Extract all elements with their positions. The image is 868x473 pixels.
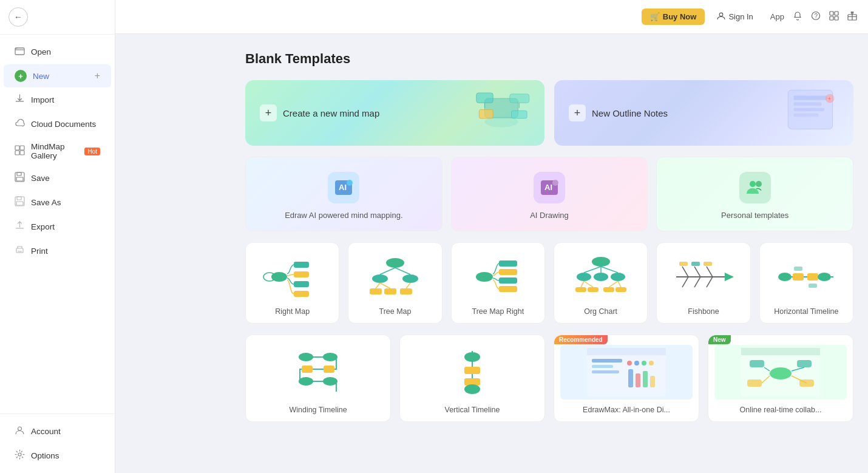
svg-line-81: [609, 281, 618, 287]
svg-rect-24: [476, 93, 493, 103]
svg-rect-33: [794, 103, 822, 106]
app-label[interactable]: App: [770, 12, 784, 21]
feature-label: AI Drawing: [530, 211, 569, 220]
cart-icon: 🛒: [650, 12, 660, 21]
svg-rect-0: [15, 48, 24, 55]
svg-rect-93: [704, 262, 712, 266]
svg-point-106: [323, 377, 337, 386]
create-mind-map-card[interactable]: + Create a new mind map: [245, 80, 544, 146]
svg-rect-7: [16, 177, 23, 181]
feature-label: Personal templates: [721, 211, 788, 220]
new-outline-card[interactable]: + New Outline Notes +: [554, 80, 853, 146]
vertical-timeline-preview: [406, 345, 538, 400]
svg-line-62: [406, 283, 410, 288]
svg-point-95: [778, 273, 792, 281]
sidebar-item-import[interactable]: Import: [4, 88, 111, 112]
edrawmax-preview: [560, 345, 693, 400]
svg-point-108: [464, 352, 480, 362]
print-icon: [15, 245, 25, 257]
svg-point-111: [464, 384, 480, 394]
sidebar-item-saveas[interactable]: Save As: [4, 191, 111, 214]
add-new-icon[interactable]: +: [95, 70, 100, 81]
svg-rect-49: [294, 281, 309, 287]
buy-now-button[interactable]: 🛒 Buy Now: [642, 9, 705, 25]
org-chart-preview: [560, 253, 641, 301]
svg-point-105: [299, 377, 313, 386]
bottom-card-vertical-timeline[interactable]: Vertical Timeline: [399, 335, 545, 422]
sidebar: ← Open + New +: [0, 0, 115, 473]
svg-point-30: [485, 116, 518, 127]
feature-card-ai-drawing[interactable]: AI AI Drawing: [451, 157, 648, 231]
template-card-org-chart[interactable]: Org Chart: [554, 242, 648, 324]
save-icon: [15, 172, 25, 185]
sidebar-item-print[interactable]: Print: [4, 239, 111, 263]
svg-line-58: [380, 268, 395, 274]
svg-point-127: [770, 367, 792, 379]
svg-rect-72: [575, 287, 586, 292]
svg-rect-50: [294, 291, 309, 297]
template-label: Tree Map: [379, 307, 411, 316]
right-map-preview: [252, 253, 333, 301]
svg-rect-103: [302, 366, 313, 373]
svg-point-52: [386, 258, 404, 268]
svg-line-86: [694, 267, 700, 277]
template-card-tree-map[interactable]: Tree Map: [348, 242, 442, 324]
svg-marker-84: [725, 273, 734, 281]
bottom-card-online-collab[interactable]: New Onli: [708, 335, 853, 422]
svg-rect-20: [830, 16, 833, 20]
template-card-horizontal-timeline[interactable]: Horizontal Timeline: [759, 242, 853, 324]
bell-icon[interactable]: [793, 11, 802, 23]
sign-in-button[interactable]: Sign In: [711, 8, 759, 26]
template-card-tree-map-right[interactable]: Tree Map Right: [451, 242, 545, 324]
svg-point-15: [720, 13, 724, 16]
recommended-badge: Recommended: [554, 335, 608, 344]
svg-line-59: [395, 268, 410, 274]
sidebar-item-export[interactable]: Export: [4, 215, 111, 239]
grid-icon[interactable]: [829, 11, 839, 23]
svg-rect-113: [587, 348, 666, 355]
bottom-label: Vertical Timeline: [444, 406, 500, 414]
svg-line-89: [694, 277, 700, 287]
sidebar-item-cloud[interactable]: Cloud Documents: [4, 112, 111, 136]
template-card-right-map[interactable]: Right Map: [245, 242, 339, 324]
sidebar-item-new[interactable]: + New +: [4, 64, 111, 87]
sidebar-item-open[interactable]: Open: [4, 40, 111, 64]
svg-rect-121: [628, 369, 633, 387]
sidebar-item-save[interactable]: Save: [4, 166, 111, 190]
svg-rect-124: [650, 376, 655, 387]
sidebar-nav: Open + New + Import Cloud Do: [0, 35, 115, 413]
template-label: Right Map: [275, 307, 310, 316]
horizontal-timeline-preview: [766, 253, 847, 301]
gift-icon[interactable]: [847, 11, 857, 23]
feature-card-ai-mind[interactable]: AI Edraw AI powered mind mapping.: [245, 157, 442, 231]
svg-rect-100: [809, 284, 817, 288]
hero-label-text: New Outline Notes: [592, 108, 668, 118]
bottom-card-winding-timeline[interactable]: Winding Timeline: [245, 335, 391, 422]
open-icon: [15, 46, 25, 58]
svg-line-85: [682, 267, 688, 277]
help-icon[interactable]: ?: [811, 11, 821, 23]
svg-point-14: [18, 453, 21, 456]
account-icon: [15, 425, 25, 438]
svg-point-63: [476, 272, 493, 282]
hero-deco-outline: +: [777, 85, 844, 140]
svg-text:AI: AI: [544, 183, 552, 192]
svg-rect-48: [294, 271, 309, 277]
bottom-card-edrawmax[interactable]: Recommended: [554, 335, 699, 422]
svg-text:AI: AI: [339, 183, 347, 192]
svg-rect-12: [18, 251, 22, 253]
template-card-fishbone[interactable]: Fishbone: [656, 242, 750, 324]
sidebar-item-account[interactable]: Account: [4, 420, 111, 443]
sidebar-item-gallery[interactable]: MindMap Gallery Hot: [4, 137, 111, 166]
sidebar-item-label: Save: [31, 174, 50, 183]
svg-rect-2: [20, 146, 24, 150]
feature-card-personal-templates[interactable]: Personal templates: [656, 157, 853, 231]
sidebar-item-options[interactable]: Options: [4, 444, 111, 468]
export-icon: [15, 220, 25, 233]
personal-templates-icon: [739, 172, 771, 203]
sidebar-item-label: Save As: [31, 198, 61, 207]
sidebar-top: ←: [0, 0, 115, 35]
back-button[interactable]: ←: [8, 7, 28, 27]
svg-point-71: [611, 273, 625, 281]
new-badge: New: [708, 335, 731, 344]
